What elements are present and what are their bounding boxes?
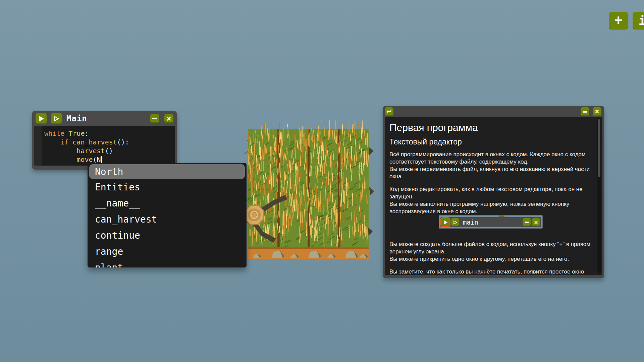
illustration-step-button <box>451 218 459 226</box>
help-paragraph: Вы заметите, что как только вы начнёте п… <box>389 268 591 275</box>
farm-plot-scene[interactable] <box>244 120 375 264</box>
autocomplete-dropdown: NorthEntities__name__can_harvestcontinue… <box>88 163 247 267</box>
illustration-minimize-button <box>523 218 531 226</box>
autocomplete-item-Entities[interactable]: Entities <box>88 179 247 195</box>
help-window-titlebar[interactable]: ↩ × <box>383 106 604 117</box>
play-outline-icon <box>53 115 59 122</box>
help-content: Первая программа Текстовый редактор Всё … <box>385 117 602 275</box>
help-paragraph: Вы можете создать больше файлов с кодом,… <box>389 241 591 263</box>
code-window: Main × while True: if can_harvest(): har… <box>32 111 177 170</box>
code-editor-body[interactable]: while True: if can_harvest(): harvest() … <box>34 126 175 166</box>
run-button[interactable] <box>36 113 47 124</box>
help-close-button[interactable]: × <box>593 107 601 116</box>
code-text[interactable]: while True: if can_harvest(): harvest() … <box>44 129 129 164</box>
back-arrow-icon: ↩ <box>386 108 392 115</box>
step-run-button[interactable] <box>51 113 62 124</box>
file-name-label[interactable]: Main <box>66 114 87 123</box>
embedded-screenshot: main × <box>439 215 543 229</box>
plus-icon: + <box>614 13 623 27</box>
minus-icon <box>152 118 157 119</box>
autocomplete-item-can_harvest[interactable]: can_harvest <box>88 211 247 227</box>
close-icon: × <box>534 219 538 226</box>
close-icon: × <box>595 108 599 115</box>
play-outline-icon <box>453 220 458 225</box>
help-subtitle: Текстовый редактор <box>389 137 591 146</box>
illustration-close-button: × <box>532 218 540 226</box>
close-icon: × <box>166 115 171 123</box>
code-window-titlebar[interactable]: Main × <box>32 111 177 126</box>
minus-icon <box>525 222 529 223</box>
info-icon: i <box>639 15 644 27</box>
autocomplete-item-__name__[interactable]: __name__ <box>88 195 247 211</box>
text-cursor <box>101 156 102 163</box>
illustration-file-name: main <box>463 219 478 226</box>
back-button[interactable]: ↩ <box>385 107 393 116</box>
autocomplete-item-plant[interactable]: plant <box>88 259 247 267</box>
autocomplete-item-North[interactable]: North <box>89 164 245 179</box>
help-window: ↩ × Первая программа Текстовый редактор … <box>383 106 604 278</box>
new-file-button[interactable]: + <box>609 12 628 29</box>
help-scrollbar[interactable] <box>597 118 601 274</box>
autocomplete-item-continue[interactable]: continue <box>88 227 247 243</box>
illustration-run-button <box>441 218 449 226</box>
minimize-button[interactable] <box>150 114 159 123</box>
help-paragraph: Код можно редактировать, как в любом тек… <box>389 186 591 215</box>
game-desktop: Main × while True: if can_harvest(): har… <box>0 0 644 362</box>
help-paragraph: Всё программирование происходит в окнах … <box>389 151 591 180</box>
autocomplete-item-range[interactable]: range <box>88 243 247 259</box>
illustration-titlebar: main × <box>440 217 541 227</box>
play-filled-icon <box>38 115 44 122</box>
scrollbar-thumb[interactable] <box>598 119 600 177</box>
minus-icon <box>583 111 587 113</box>
close-button[interactable]: × <box>164 114 173 123</box>
play-filled-icon <box>443 220 448 225</box>
editor-gutter <box>34 126 42 166</box>
help-title: Первая программа <box>389 122 591 134</box>
help-minimize-button[interactable] <box>581 107 589 116</box>
info-button[interactable]: i <box>633 12 644 29</box>
